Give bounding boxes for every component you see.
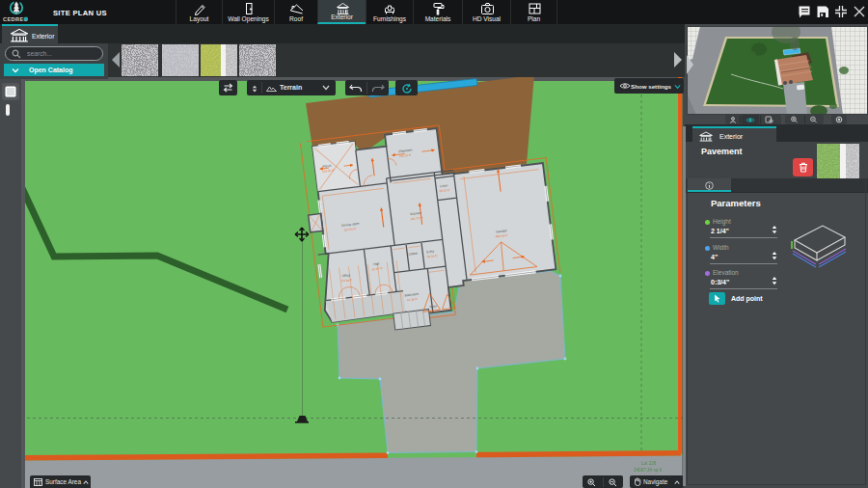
svg-text:34067.34 sq ft: 34067.34 sq ft [634, 468, 663, 473]
svg-text:Hall: Hall [373, 261, 380, 266]
svg-text:Lot 226: Lot 226 [641, 461, 657, 466]
